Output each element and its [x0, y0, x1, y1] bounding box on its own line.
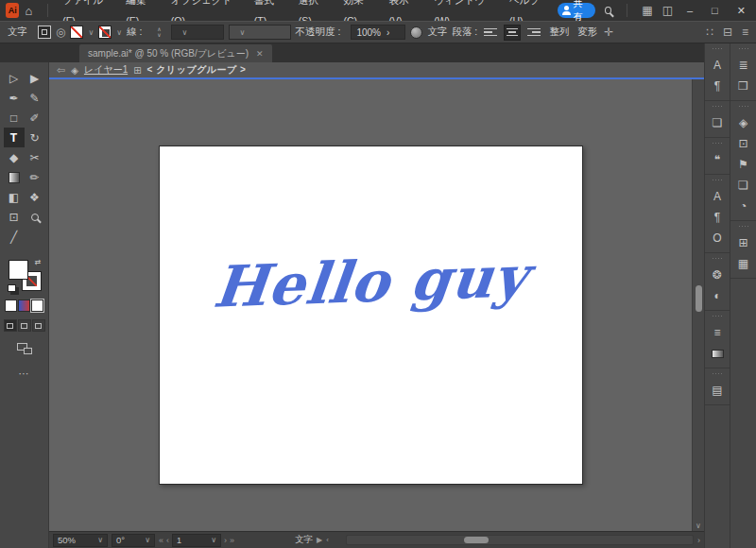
paragraph-styles-panel-button[interactable]: ¶: [708, 77, 727, 94]
canvas[interactable]: Hello guy ∨: [49, 79, 704, 531]
artboards-panel-button[interactable]: ❏: [708, 114, 727, 131]
scroll-left-icon[interactable]: ‹: [326, 536, 329, 544]
artboard-flag-panel-button[interactable]: ⚑: [734, 156, 753, 173]
symbol-tool[interactable]: ❖: [25, 187, 45, 207]
vertical-scrollbar[interactable]: ∨: [692, 79, 704, 531]
artboard-text-object[interactable]: Hello guy: [155, 241, 586, 322]
select-object-icon[interactable]: [38, 26, 51, 39]
panel-menu-icon[interactable]: ⊟: [723, 26, 732, 39]
style-icon[interactable]: [410, 26, 422, 39]
align-left-button[interactable]: [482, 25, 499, 41]
dots-grid-icon[interactable]: ∷: [706, 26, 713, 39]
transform-panel-label[interactable]: 変形: [577, 26, 597, 39]
artboard[interactable]: Hello guy: [159, 146, 583, 485]
previous-artboard-button[interactable]: ‹: [166, 536, 169, 545]
character-panel-button[interactable]: A: [708, 188, 727, 205]
artboard-number-select[interactable]: 1 ∨: [172, 534, 221, 547]
color-panel-button[interactable]: ❂: [708, 266, 727, 283]
illustrator-logo-icon[interactable]: Ai: [6, 3, 19, 18]
panel-layout-icon[interactable]: ◫: [662, 4, 673, 17]
color-guide-panel-button[interactable]: ◐: [708, 287, 727, 304]
brushes-panel-button[interactable]: ❒: [734, 77, 753, 94]
tab-close-icon[interactable]: ✕: [256, 49, 264, 59]
align-right-button[interactable]: [525, 25, 542, 41]
paragraph-label[interactable]: 段落 :: [452, 26, 477, 39]
pen-tool[interactable]: ✒: [4, 88, 25, 108]
rectangle-tool[interactable]: □: [4, 108, 25, 128]
opacity-field[interactable]: 100% ›: [351, 25, 405, 40]
pencil-tool[interactable]: ✏: [25, 167, 45, 187]
scissors-tool[interactable]: ✂: [25, 147, 45, 167]
stroke-panel-button[interactable]: ≡: [708, 324, 727, 341]
paragraph-panel-button[interactable]: ¶: [708, 209, 727, 226]
screen-mode-button[interactable]: [17, 343, 32, 354]
panel-grip[interactable]: [738, 225, 749, 228]
fill-proxy-none[interactable]: [9, 260, 28, 280]
exit-isolation-back-icon[interactable]: ⇦: [57, 64, 65, 77]
direct-selection-tool[interactable]: ▶: [25, 68, 45, 88]
gradient-button[interactable]: [18, 300, 30, 312]
search-icon[interactable]: [605, 7, 611, 14]
zoom-tool[interactable]: [25, 207, 45, 227]
align-center-button[interactable]: [504, 25, 521, 41]
libraries-panel-button[interactable]: ▤: [708, 382, 727, 399]
scroll-down-icon[interactable]: ∨: [693, 522, 704, 530]
shaper-tool[interactable]: ◧: [4, 187, 25, 207]
transform-panel-button[interactable]: ⊡: [734, 135, 753, 152]
fill-chevron-icon[interactable]: ∨: [88, 28, 94, 37]
brush-definition-select[interactable]: ∨: [229, 25, 291, 40]
rotation-select[interactable]: 0° ∨: [112, 534, 155, 547]
first-artboard-button[interactable]: «: [159, 536, 163, 545]
artboard-tool[interactable]: ⊡: [4, 207, 25, 227]
free-transform-icon[interactable]: ✛: [604, 26, 613, 39]
selection-tool[interactable]: ▷: [4, 68, 25, 88]
paintbrush-tool[interactable]: ✐: [25, 108, 45, 128]
home-icon[interactable]: ⌂: [25, 4, 32, 18]
zoom-level-select[interactable]: 50% ∨: [53, 534, 108, 547]
gradient-tool[interactable]: [4, 167, 25, 187]
opentype-panel-button[interactable]: O: [708, 230, 727, 247]
horizontal-scrollbar[interactable]: [346, 535, 694, 545]
stroke-weight-stepper[interactable]: ∧ ∨: [153, 25, 166, 40]
appearance-panel-button[interactable]: ❏: [734, 177, 753, 194]
comments-panel-button[interactable]: ❝: [708, 151, 727, 168]
share-button[interactable]: 共有: [558, 3, 595, 18]
stroke-weight-select[interactable]: ∨: [171, 25, 224, 40]
gradient-panel-button[interactable]: [708, 345, 727, 362]
character-label[interactable]: 文字: [427, 26, 447, 39]
draw-normal-button[interactable]: [4, 319, 17, 332]
scroll-right-icon[interactable]: ›: [697, 536, 700, 545]
fill-swatch-none[interactable]: [70, 26, 83, 39]
stroke-chevron-icon[interactable]: ∨: [116, 28, 122, 37]
panel-grip[interactable]: [712, 372, 723, 375]
default-fill-stroke-icon[interactable]: [8, 284, 16, 292]
panel-grip[interactable]: [712, 105, 723, 108]
draw-behind-button[interactable]: [18, 319, 31, 332]
panel-grip[interactable]: [712, 142, 723, 145]
properties-panel-button[interactable]: ≣: [734, 57, 753, 74]
swap-fill-stroke-icon[interactable]: ⇄: [35, 258, 42, 266]
maximize-button[interactable]: □: [707, 5, 723, 16]
character-styles-panel-button[interactable]: A: [708, 57, 727, 74]
opacity-more-icon[interactable]: ›: [387, 27, 389, 38]
rotate-tool[interactable]: ↻: [25, 128, 45, 147]
vertical-scrollbar-thumb[interactable]: [696, 285, 702, 312]
stroke-swatch-none[interactable]: [98, 26, 112, 39]
status-flyout-icon[interactable]: ▶: [317, 536, 322, 544]
edit-toolbar-button[interactable]: ⋯: [19, 368, 30, 380]
breadcrumb-layer-link[interactable]: レイヤー1: [84, 63, 128, 77]
eraser-tool[interactable]: ◆: [4, 147, 25, 167]
panel-grip[interactable]: [712, 315, 723, 317]
layers-panel-button[interactable]: ◈: [734, 114, 753, 131]
next-artboard-button[interactable]: ›: [224, 536, 227, 545]
close-button[interactable]: ✕: [732, 5, 750, 17]
align-panel-label[interactable]: 整列: [549, 26, 569, 39]
color-button[interactable]: [5, 300, 17, 312]
minimize-button[interactable]: –: [682, 5, 697, 16]
target-icon[interactable]: ◎: [56, 26, 65, 39]
swatches-panel-button[interactable]: ▦: [734, 255, 753, 272]
stepper-down-icon[interactable]: ∨: [157, 32, 161, 38]
horizontal-scrollbar-thumb[interactable]: [464, 537, 489, 543]
workspace-switcher-icon[interactable]: ▦: [642, 4, 652, 17]
panel-grip[interactable]: [738, 47, 749, 50]
